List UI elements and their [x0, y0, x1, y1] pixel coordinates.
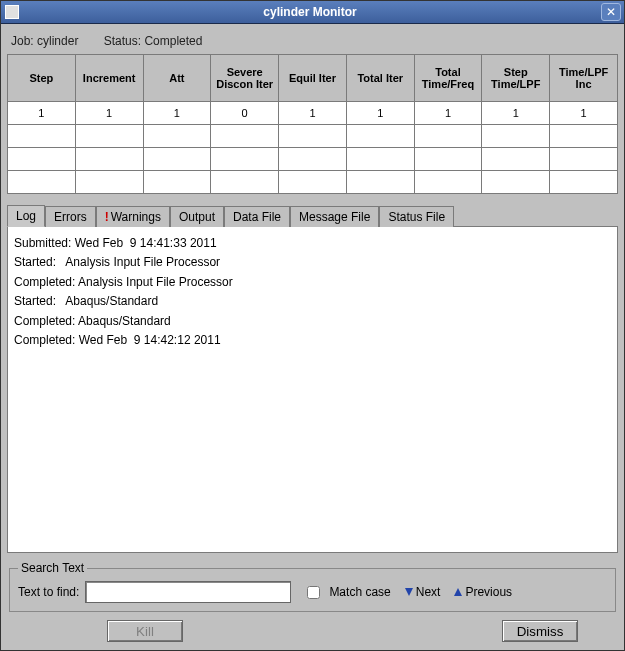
table-body: 1 1 1 0 1 1 1 1 1 [8, 102, 618, 194]
tab-warnings[interactable]: !Warnings [96, 206, 170, 227]
tab-output[interactable]: Output [170, 206, 224, 227]
log-line: Completed: Abaqus/Standard [14, 314, 611, 328]
titlebar: cylinder Monitor ✕ [1, 1, 624, 24]
status-value: Completed [144, 34, 202, 48]
tab-status-file[interactable]: Status File [379, 206, 454, 227]
bottom-bar: Kill Dismiss [7, 612, 618, 642]
window-title: cylinder Monitor [19, 5, 601, 19]
tabstrip: Log Errors !Warnings Output Data File Me… [7, 204, 618, 227]
col-step[interactable]: Step [8, 55, 76, 102]
status-line: Job: cylinder Status: Completed [7, 30, 618, 54]
search-text-group: Search Text Text to find: Match case Nex… [9, 561, 616, 612]
kill-button[interactable]: Kill [107, 620, 183, 642]
tab-errors[interactable]: Errors [45, 206, 96, 227]
find-input[interactable] [85, 581, 291, 603]
col-equil-iter[interactable]: Equil Iter [279, 55, 347, 102]
tab-data-file[interactable]: Data File [224, 206, 290, 227]
table-row[interactable]: 1 1 1 0 1 1 1 1 1 [8, 102, 618, 125]
match-case-checkbox[interactable] [307, 586, 320, 599]
tab-message-file[interactable]: Message File [290, 206, 379, 227]
log-line: Started: Abaqus/Standard [14, 294, 611, 308]
close-icon[interactable]: ✕ [601, 3, 621, 21]
col-increment[interactable]: Increment [75, 55, 143, 102]
arrow-up-icon [454, 588, 462, 596]
previous-button[interactable]: Previous [454, 585, 512, 599]
match-case-label: Match case [329, 585, 390, 599]
system-menu-icon[interactable] [5, 5, 19, 19]
col-total-iter[interactable]: Total Iter [346, 55, 414, 102]
log-line: Completed: Wed Feb 9 14:42:12 2011 [14, 333, 611, 347]
next-button[interactable]: Next [405, 585, 441, 599]
dismiss-button[interactable]: Dismiss [502, 620, 578, 642]
log-line: Submitted: Wed Feb 9 14:41:33 2011 [14, 236, 611, 250]
find-label: Text to find: [18, 585, 79, 599]
arrow-down-icon [405, 588, 413, 596]
table-row[interactable] [8, 125, 618, 148]
status-label: Status: [104, 34, 141, 48]
monitor-window: cylinder Monitor ✕ Job: cylinder Status:… [0, 0, 625, 651]
col-severe-discon-iter[interactable]: Severe Discon Iter [211, 55, 279, 102]
increment-table: Step Increment Att Severe Discon Iter Eq… [7, 54, 618, 194]
search-legend: Search Text [18, 561, 87, 575]
warning-icon: ! [105, 210, 109, 224]
table-row[interactable] [8, 171, 618, 194]
log-line: Started: Analysis Input File Processor [14, 255, 611, 269]
col-step-time-lpf[interactable]: Step Time/LPF [482, 55, 550, 102]
log-line: Completed: Analysis Input File Processor [14, 275, 611, 289]
job-value: cylinder [37, 34, 78, 48]
client-area: Job: cylinder Status: Completed Step Inc… [1, 24, 624, 650]
table-row[interactable] [8, 148, 618, 171]
col-att[interactable]: Att [143, 55, 211, 102]
table-header-row: Step Increment Att Severe Discon Iter Eq… [8, 55, 618, 102]
col-total-time-freq[interactable]: Total Time/Freq [414, 55, 482, 102]
job-label: Job: [11, 34, 34, 48]
col-time-lpf-inc[interactable]: Time/LPF Inc [550, 55, 618, 102]
tab-log[interactable]: Log [7, 205, 45, 227]
log-pane[interactable]: Submitted: Wed Feb 9 14:41:33 2011 Start… [7, 227, 618, 553]
